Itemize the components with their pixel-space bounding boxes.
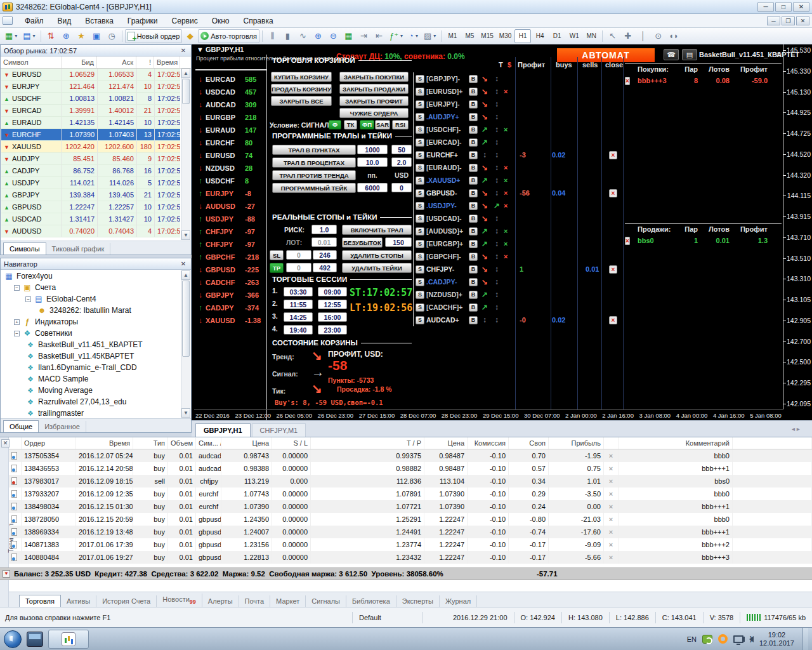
session-from-input[interactable] [284, 300, 313, 309]
sell-button[interactable]: S [416, 278, 424, 286]
strategy-tester-icon[interactable]: ◷ [105, 29, 119, 43]
tral-button[interactable]: ТРАЛ В ПУНКТАХ [272, 145, 356, 155]
market-watch-scrollbar[interactable]: ▲ ▼ [181, 69, 190, 240]
session-from-input[interactable] [284, 325, 313, 335]
buy-button[interactable]: B [469, 253, 478, 261]
navigator-tree-item[interactable]: EGlobal-Cent4 [1, 293, 180, 305]
navigator-tree-item[interactable]: Forex4you [1, 270, 180, 282]
buy-button[interactable]: B [469, 138, 478, 147]
tral-value-1[interactable] [357, 145, 388, 154]
close-order-icon[interactable]: × [604, 475, 619, 488]
buy-button[interactable]: B [469, 303, 478, 312]
chart-tab-nav-icons[interactable]: ◂ ▸ [792, 425, 800, 432]
session-from-input[interactable] [284, 287, 313, 296]
close-order-icon[interactable]: × [604, 462, 619, 475]
buy-button[interactable]: B [469, 113, 478, 121]
timeframe-button[interactable]: MN [583, 29, 599, 43]
order-row[interactable]: 138436553 2016.12.14 20:58:36 buy 0.01 a… [9, 462, 812, 475]
scroll-up-icon[interactable]: ▲ [181, 69, 190, 78]
sell-button[interactable]: S [416, 227, 424, 235]
buy-button[interactable]: B [469, 202, 478, 210]
scroll-down-icon[interactable]: ▼ [181, 408, 190, 418]
cursor-icon[interactable]: ↖ [605, 29, 620, 43]
risk-input[interactable] [311, 225, 337, 234]
sell-button[interactable]: S [416, 138, 424, 147]
sell-button[interactable]: S [416, 189, 424, 197]
buy-button[interactable]: B [469, 126, 478, 134]
navigator-tree-item[interactable]: BasketBull_v11.45КВАРТЕТ [1, 350, 180, 362]
taskbar-clock[interactable]: 19:02 12.01.2017 [759, 631, 794, 647]
chart-tab[interactable]: CHFJPY,M1 [252, 423, 306, 437]
profiles-button[interactable]: ▤▾ [20, 29, 37, 43]
profile-name[interactable]: Default [353, 614, 422, 621]
navigator-tab[interactable]: Общие [3, 420, 39, 432]
market-watch-row[interactable]: EURCAD 1.39991 1.40012 21 17:02:57 [1, 105, 180, 117]
terminal-tab[interactable]: Журнал [440, 595, 477, 607]
tral-button[interactable]: ТРАЛ В ПРОЦЕНТАХ [272, 157, 356, 168]
line-chart-icon[interactable]: ∿ [296, 29, 310, 43]
order-row[interactable]: 140880484 2017.01.06 19:27:27 buy 0.01 g… [9, 551, 812, 564]
close-basket-button[interactable] [625, 77, 630, 85]
session-from-input[interactable] [284, 312, 313, 322]
mdi-minimize-button[interactable]: ─ [767, 17, 780, 25]
indicators-button[interactable]: ƒ⁺▾ [387, 29, 405, 43]
navigator-tree-item[interactable]: Индикаторы [1, 316, 180, 328]
sell-button[interactable]: S [416, 75, 424, 83]
expand-toggle-icon[interactable] [25, 296, 31, 302]
market-watch-row[interactable]: XAUUSD 1202.420 1202.600 180 17:02:57 [1, 141, 180, 153]
delete-stops-button[interactable]: УДАЛИТЬ СТОПЫ [342, 250, 412, 260]
terminal-tab[interactable]: История Счета [96, 595, 157, 607]
terminal-tab[interactable]: Эксперты [396, 595, 440, 607]
session-to-input[interactable] [318, 312, 347, 322]
menu-item[interactable]: Графики [121, 15, 165, 27]
buy-button[interactable]: B [469, 164, 478, 172]
buy-button[interactable]: B [469, 316, 478, 324]
sell-button[interactable]: S [416, 240, 424, 248]
timeframe-button[interactable]: W1 [566, 29, 582, 43]
timeframe-button[interactable]: M5 [461, 29, 478, 43]
navigator-tree-item[interactable]: MACD Sample [1, 373, 180, 385]
session-to-input[interactable] [318, 325, 347, 335]
navigator-tree-item[interactable]: Ilan1.6Dynamic_e-Trall_CDD [1, 362, 180, 373]
buy-button[interactable]: B [469, 100, 478, 109]
breakeven-input[interactable] [385, 237, 412, 247]
expand-toggle-icon[interactable] [14, 331, 20, 336]
sell-button[interactable]: S [416, 151, 424, 159]
delete-takes-button[interactable]: УДАЛИТЬ ТЕЙКИ [342, 263, 412, 273]
close-order-icon[interactable]: × [604, 526, 619, 538]
enable-tral-button[interactable]: ВКЛЮЧИТЬ ТРАЛ [342, 225, 412, 235]
close-symbol-button[interactable] [609, 151, 617, 159]
language-indicator[interactable]: EN [687, 635, 697, 643]
periods-button[interactable]: ◔▾ [406, 29, 421, 43]
tral-value-2[interactable] [391, 170, 412, 180]
order-row[interactable]: 140871383 2017.01.06 17:39:51 buy 0.01 g… [9, 538, 812, 551]
market-watch-row[interactable]: USDCHF 1.00813 1.00821 8 17:02:57 [1, 93, 180, 105]
condition-toggle-button[interactable]: ТК [344, 120, 357, 129]
close-profit-button[interactable]: ЗАКРЫТЬ ПРОФИТ [339, 96, 409, 106]
close-order-icon[interactable]: × [604, 488, 619, 500]
close-order-icon[interactable]: × [604, 500, 619, 513]
buy-button[interactable]: B [469, 215, 478, 223]
sell-button[interactable]: S [416, 176, 424, 185]
order-row[interactable]: 138498034 2016.12.15 01:30:56 buy 0.01 e… [9, 500, 812, 513]
navigator-tree-item[interactable]: Советники [1, 328, 180, 339]
timeframe-button[interactable]: D1 [549, 29, 565, 43]
terminal-tab[interactable]: Библиотека [346, 595, 396, 607]
scroll-up-icon[interactable]: ▲ [181, 270, 190, 280]
close-all-button[interactable]: ЗАКРЫТЬ ВСЕ [271, 96, 332, 106]
zoom-out-icon[interactable]: ⊖ [326, 29, 341, 43]
tp-input-1[interactable] [286, 263, 311, 272]
market-watch-row[interactable]: EURJPY 121.464 121.474 10 17:02:56 [1, 81, 180, 93]
start-button[interactable] [4, 630, 22, 648]
terminal-icon[interactable]: ▣ [89, 29, 104, 43]
timeframe-button[interactable]: H1 [514, 29, 531, 43]
menu-item[interactable]: Сервис [165, 15, 205, 27]
navigator-tree-item[interactable]: BasketBull_v11.451_КВАРТЕТ [1, 339, 180, 350]
close-panel-icon[interactable]: ✕ [179, 260, 188, 267]
crosshair-icon[interactable]: ✚ [620, 29, 635, 43]
buy-button[interactable]: B [469, 88, 478, 96]
buy-button[interactable]: B [469, 176, 478, 185]
metaeditor-icon[interactable]: ◆ [183, 29, 197, 43]
navigator-icon[interactable]: ★ [74, 29, 89, 43]
sl-input-1[interactable] [286, 250, 311, 260]
